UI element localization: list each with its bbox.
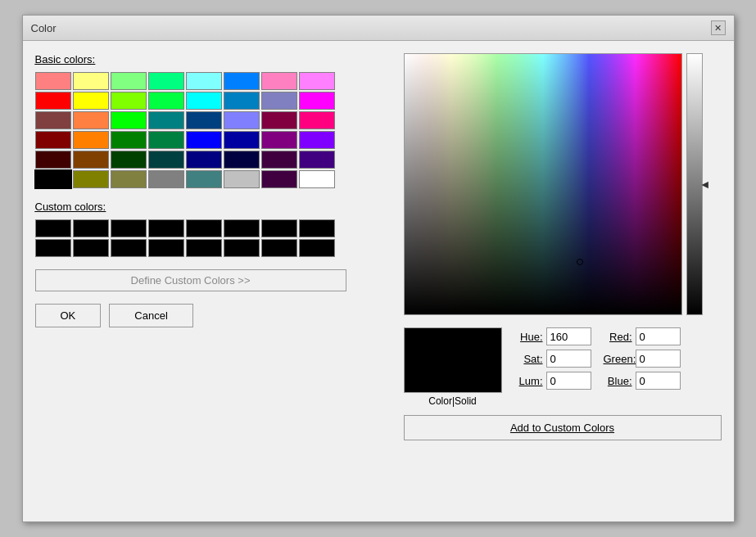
custom-swatch-6[interactable] xyxy=(261,219,297,237)
basic-swatch-9[interactable] xyxy=(73,92,109,110)
basic-swatch-7[interactable] xyxy=(299,72,335,90)
hue-input[interactable] xyxy=(546,327,591,345)
spectrum-area: ◄ xyxy=(404,53,722,315)
basic-swatch-28[interactable] xyxy=(186,131,222,149)
close-button[interactable]: ✕ xyxy=(711,20,726,35)
custom-swatch-4[interactable] xyxy=(186,219,222,237)
color-dialog: Color ✕ Basic colors: xyxy=(22,15,735,522)
custom-swatch-10[interactable] xyxy=(111,239,147,257)
basic-swatch-11[interactable] xyxy=(148,92,184,110)
blue-input[interactable] xyxy=(636,372,681,390)
custom-swatch-1[interactable] xyxy=(73,219,109,237)
basic-swatch-30[interactable] xyxy=(261,131,297,149)
rgb-group: Red: Green: Blue: xyxy=(604,327,681,390)
custom-swatch-11[interactable] xyxy=(148,239,184,257)
basic-swatch-38[interactable] xyxy=(261,151,297,169)
basic-swatch-12[interactable] xyxy=(186,92,222,110)
hue-label: Hue: xyxy=(514,331,543,343)
cancel-button[interactable]: Cancel xyxy=(109,304,192,327)
hue-row: Hue: xyxy=(514,327,591,345)
custom-swatch-13[interactable] xyxy=(224,239,260,257)
lum-input[interactable] xyxy=(546,372,591,390)
custom-swatch-9[interactable] xyxy=(73,239,109,257)
custom-swatch-8[interactable] xyxy=(35,239,71,257)
custom-swatch-15[interactable] xyxy=(299,239,335,257)
basic-swatch-25[interactable] xyxy=(73,131,109,149)
basic-swatch-29[interactable] xyxy=(224,131,260,149)
custom-swatch-12[interactable] xyxy=(186,239,222,257)
spectrum-cursor xyxy=(577,259,583,265)
sat-input[interactable] xyxy=(546,350,591,368)
basic-swatch-33[interactable] xyxy=(73,151,109,169)
basic-swatch-14[interactable] xyxy=(261,92,297,110)
basic-swatch-40[interactable] xyxy=(35,170,71,188)
basic-swatch-45[interactable] xyxy=(224,170,260,188)
basic-swatch-1[interactable] xyxy=(73,72,109,90)
numeric-controls: Hue: Sat: Lum: xyxy=(514,327,681,390)
basic-swatch-37[interactable] xyxy=(224,151,260,169)
basic-swatch-2[interactable] xyxy=(111,72,147,90)
basic-swatch-41[interactable] xyxy=(73,170,109,188)
basic-colors-label: Basic colors: xyxy=(35,53,387,65)
basic-swatch-8[interactable] xyxy=(35,92,71,110)
basic-swatch-21[interactable] xyxy=(224,111,260,129)
custom-swatch-5[interactable] xyxy=(224,219,260,237)
color-spectrum[interactable] xyxy=(404,53,682,315)
basic-swatch-31[interactable] xyxy=(299,131,335,149)
basic-swatch-23[interactable] xyxy=(299,111,335,129)
basic-swatch-22[interactable] xyxy=(261,111,297,129)
red-input[interactable] xyxy=(636,327,681,345)
color-preview-area: Color|Solid xyxy=(404,327,502,407)
ok-button[interactable]: OK xyxy=(35,304,102,327)
luminance-arrow: ◄ xyxy=(699,178,711,191)
right-panel: ◄ Color|Solid Hue: Sat: xyxy=(404,53,722,440)
basic-swatch-10[interactable] xyxy=(111,92,147,110)
basic-swatch-44[interactable] xyxy=(186,170,222,188)
basic-swatch-15[interactable] xyxy=(299,92,335,110)
blue-label: Blue: xyxy=(604,375,632,387)
green-row: Green: xyxy=(604,350,681,368)
lum-label: Lum: xyxy=(514,375,543,387)
basic-swatch-5[interactable] xyxy=(224,72,260,90)
basic-swatch-32[interactable] xyxy=(35,151,71,169)
basic-swatch-26[interactable] xyxy=(111,131,147,149)
basic-swatch-27[interactable] xyxy=(148,131,184,149)
basic-swatch-13[interactable] xyxy=(224,92,260,110)
basic-swatch-0[interactable] xyxy=(35,72,71,90)
basic-swatch-20[interactable] xyxy=(186,111,222,129)
basic-swatch-43[interactable] xyxy=(148,170,184,188)
title-bar: Color ✕ xyxy=(23,16,734,41)
basic-swatch-46[interactable] xyxy=(261,170,297,188)
dialog-title: Color xyxy=(31,22,57,34)
basic-swatch-6[interactable] xyxy=(261,72,297,90)
basic-swatch-18[interactable] xyxy=(111,111,147,129)
red-label: Red: xyxy=(604,331,632,343)
define-btn-area: Define Custom Colors >> xyxy=(35,269,387,291)
basic-swatch-16[interactable] xyxy=(35,111,71,129)
hsv-group: Hue: Sat: Lum: xyxy=(514,327,591,390)
basic-swatch-42[interactable] xyxy=(111,170,147,188)
define-custom-colors-button[interactable]: Define Custom Colors >> xyxy=(35,269,346,291)
basic-swatch-47[interactable] xyxy=(299,170,335,188)
basic-swatch-4[interactable] xyxy=(186,72,222,90)
color-controls: Color|Solid Hue: Sat: Lum: xyxy=(404,327,722,407)
custom-swatch-7[interactable] xyxy=(299,219,335,237)
custom-swatch-3[interactable] xyxy=(148,219,184,237)
basic-color-grid xyxy=(35,72,387,188)
basic-swatch-19[interactable] xyxy=(148,111,184,129)
color-preview xyxy=(404,327,502,393)
custom-swatch-2[interactable] xyxy=(111,219,147,237)
basic-swatch-17[interactable] xyxy=(73,111,109,129)
basic-swatch-24[interactable] xyxy=(35,131,71,149)
green-input[interactable] xyxy=(636,350,681,368)
color-solid-label: Color|Solid xyxy=(428,395,476,407)
basic-swatch-34[interactable] xyxy=(111,151,147,169)
basic-swatch-35[interactable] xyxy=(148,151,184,169)
basic-swatch-36[interactable] xyxy=(186,151,222,169)
blue-row: Blue: xyxy=(604,372,681,390)
basic-swatch-3[interactable] xyxy=(148,72,184,90)
custom-swatch-0[interactable] xyxy=(35,219,71,237)
basic-swatch-39[interactable] xyxy=(299,151,335,169)
add-to-custom-colors-button[interactable]: Add to Custom Colors xyxy=(404,415,722,440)
custom-swatch-14[interactable] xyxy=(261,239,297,257)
